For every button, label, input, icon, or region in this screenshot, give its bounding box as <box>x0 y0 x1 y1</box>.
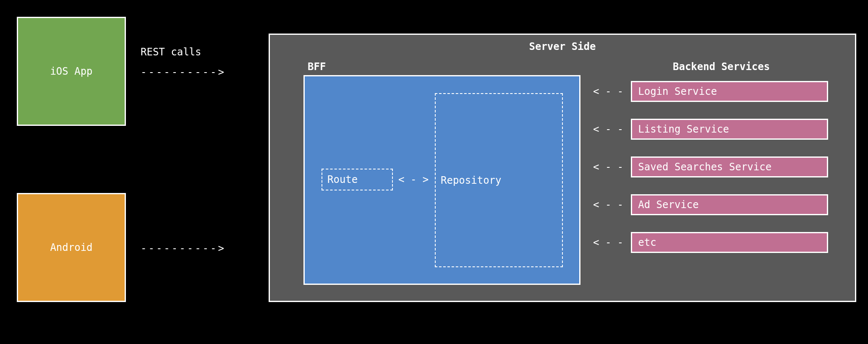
route-repo-arrow: < - > <box>398 174 429 185</box>
server-side-panel: Server Side BFF Route < - > Repository B… <box>269 34 856 302</box>
android-to-server-arrow: ----------> <box>141 242 226 254</box>
etc-service-label: etc <box>638 237 656 248</box>
route-label: Route <box>327 174 358 185</box>
diagram-canvas: iOS App Android REST calls ----------> -… <box>0 0 868 344</box>
listing-service-box: Listing Service <box>631 119 828 140</box>
service-row-login: < - - Login Service <box>593 81 828 102</box>
etc-service-box: etc <box>631 232 828 253</box>
repository-box: Repository <box>435 93 563 267</box>
ios-client-box: iOS App <box>17 17 126 126</box>
service-row-saved-searches: < - - Saved Searches Service <box>593 156 828 177</box>
rest-calls-label: REST calls <box>141 46 201 58</box>
android-client-box: Android <box>17 193 126 302</box>
route-box: Route <box>322 169 393 190</box>
ad-service-box: Ad Service <box>631 194 828 215</box>
ios-client-label: iOS App <box>50 65 92 77</box>
listing-service-label: Listing Service <box>638 123 729 135</box>
service-arrow-icon: < - - <box>593 199 623 211</box>
service-arrow-icon: < - - <box>593 123 623 135</box>
login-service-box: Login Service <box>631 81 828 102</box>
ios-to-server-arrow: ----------> <box>141 66 226 78</box>
bff-label: BFF <box>308 61 326 73</box>
repository-label: Repository <box>441 175 502 186</box>
server-side-title: Server Side <box>270 41 855 52</box>
ad-service-label: Ad Service <box>638 199 699 211</box>
service-arrow-icon: < - - <box>593 161 623 173</box>
login-service-label: Login Service <box>638 86 717 97</box>
service-row-listing: < - - Listing Service <box>593 119 828 140</box>
service-arrow-icon: < - - <box>593 237 623 248</box>
service-row-etc: < - - etc <box>593 232 828 253</box>
bff-box: Route < - > Repository <box>303 75 580 285</box>
android-client-label: Android <box>50 242 92 253</box>
backend-services-title: Backend Services <box>673 61 770 73</box>
service-row-ad: < - - Ad Service <box>593 194 828 215</box>
saved-searches-service-label: Saved Searches Service <box>638 161 771 173</box>
saved-searches-service-box: Saved Searches Service <box>631 156 828 177</box>
service-arrow-icon: < - - <box>593 86 623 97</box>
